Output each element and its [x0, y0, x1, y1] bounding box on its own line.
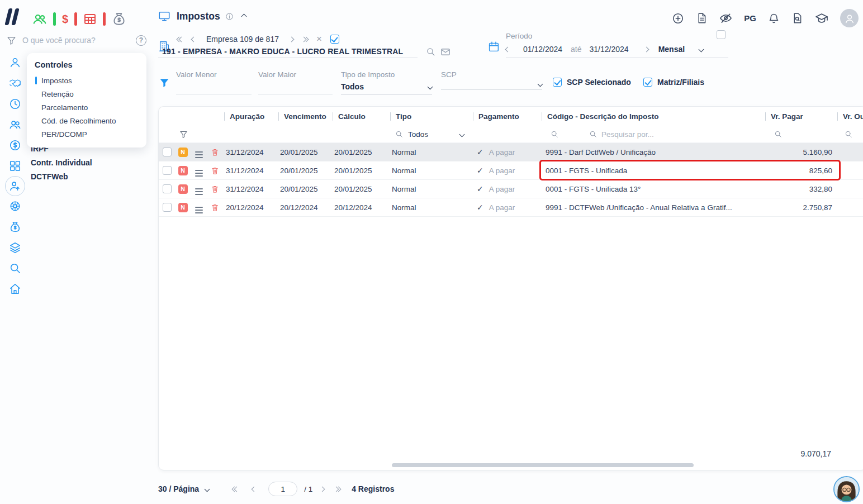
table-row[interactable]: N 31/12/2024 20/01/2025 20/01/2025 Norma…	[159, 143, 863, 161]
search-icon[interactable]	[8, 261, 22, 275]
people-module-icon[interactable]	[32, 12, 47, 26]
codigo-column-filter	[542, 130, 765, 139]
row-checkbox[interactable]	[163, 148, 172, 156]
person-icon[interactable]	[8, 56, 22, 69]
col-vencimento[interactable]: Vencimento	[278, 112, 333, 121]
matriz-filiais-checkbox[interactable]	[643, 78, 652, 87]
company-search-icon[interactable]	[426, 47, 435, 56]
document-search-icon[interactable]	[791, 12, 803, 24]
col-calculo[interactable]: Cálculo	[333, 112, 390, 121]
row-menu-icon[interactable]	[195, 170, 203, 176]
spreadsheet-module-icon[interactable]	[83, 12, 97, 26]
person-up-icon[interactable]	[8, 179, 22, 193]
next-company-button[interactable]	[289, 36, 295, 42]
first-page-button[interactable]	[233, 487, 239, 491]
last-page-button[interactable]	[334, 487, 340, 491]
tipo-imposto-select[interactable]: Todos	[341, 82, 432, 91]
col-tipo[interactable]: Tipo	[390, 112, 473, 121]
next-period-button[interactable]	[643, 46, 649, 52]
delete-row-button[interactable]	[208, 185, 224, 193]
cell-calculo: 20/01/2025	[333, 167, 390, 175]
user-avatar[interactable]	[840, 9, 859, 27]
helm-icon[interactable]	[8, 199, 22, 213]
scp-selecionado-checkbox[interactable]	[553, 78, 562, 87]
pagamento-search-icon[interactable]	[551, 130, 558, 138]
pg-shortcut[interactable]: PG	[744, 13, 756, 23]
graduation-cap-icon[interactable]	[815, 12, 828, 25]
last-company-button[interactable]	[302, 37, 308, 41]
notifications-bell-icon[interactable]	[768, 12, 780, 24]
finance-module-icon[interactable]: $	[62, 13, 68, 26]
table-row[interactable]: N 31/12/2024 20/01/2025 20/01/2025 Norma…	[159, 180, 863, 198]
people-icon[interactable]	[8, 118, 22, 131]
money-bag-icon[interactable]	[8, 220, 22, 234]
table-funnel-icon[interactable]	[159, 130, 224, 139]
delete-row-button[interactable]	[208, 203, 224, 212]
info-icon[interactable]	[225, 12, 234, 21]
prev-company-button[interactable]	[191, 36, 197, 42]
table-row[interactable]: N 20/12/2024 20/12/2024 20/12/2024 Norma…	[159, 198, 863, 217]
dollar-circle-icon[interactable]	[8, 139, 22, 152]
prev-page-button[interactable]	[252, 486, 257, 492]
menu-item-retencao[interactable]: Retenção	[35, 87, 139, 101]
period-checkbox[interactable]	[717, 30, 726, 39]
menu-item-impostos[interactable]: Impostos	[35, 74, 139, 87]
page-size-select[interactable]: 30 / Página	[158, 484, 209, 493]
col-pagamento[interactable]: Pagamento	[473, 112, 542, 121]
hide-values-icon[interactable]	[719, 12, 732, 25]
col-apuracao[interactable]: Apuração	[224, 112, 278, 121]
handshake-icon[interactable]	[8, 77, 22, 90]
delete-row-button[interactable]	[208, 148, 224, 156]
tipo-column-filter[interactable]: Todos	[390, 126, 473, 142]
company-checkbox[interactable]	[330, 35, 339, 44]
active-module-ring	[5, 176, 25, 196]
home-icon[interactable]	[8, 282, 22, 296]
page-number-input[interactable]	[268, 482, 297, 496]
period-end-date[interactable]: 31/12/2024	[590, 45, 629, 54]
menu-item-parcelamento[interactable]: Parcelamento	[35, 101, 139, 114]
col-codigo[interactable]: Código - Descrição do Imposto	[542, 112, 765, 121]
collapse-chevron-icon[interactable]	[241, 13, 246, 19]
vr-pagar-search-icon[interactable]	[765, 130, 837, 138]
grid-icon[interactable]	[8, 159, 22, 173]
menu-item-per-dcomp[interactable]: PER/DCOMP	[35, 127, 139, 141]
sidebar-search-input[interactable]	[22, 36, 130, 45]
row-menu-icon[interactable]	[195, 207, 203, 213]
prev-period-button[interactable]	[505, 46, 511, 52]
menu-item-cod-recolhimento[interactable]: Cód. de Recolhimento	[35, 114, 139, 127]
app-logo[interactable]	[7, 8, 17, 25]
help-icon[interactable]: ?	[136, 35, 146, 46]
period-mode-chevron-icon[interactable]	[699, 46, 704, 52]
col-vr-pagar[interactable]: Vr. Pagar	[765, 112, 837, 121]
sidebar-item-dctfweb[interactable]: DCTFWeb	[31, 172, 92, 181]
sidebar-item-contr-individual[interactable]: Contr. Individual	[31, 158, 92, 167]
add-icon[interactable]	[672, 12, 684, 25]
codigo-search-icon	[589, 130, 597, 138]
row-checkbox[interactable]	[163, 166, 172, 175]
horizontal-scrollbar[interactable]	[392, 463, 694, 467]
row-checkbox[interactable]	[163, 184, 172, 193]
period-start-date[interactable]: 01/12/2024	[523, 45, 562, 54]
vr-outros-search-icon[interactable]	[837, 130, 863, 138]
scp-select[interactable]	[441, 82, 542, 86]
clock-icon[interactable]	[8, 97, 22, 111]
col-vr-outros[interactable]: Vr. Ou	[837, 112, 863, 121]
assistant-avatar[interactable]	[833, 476, 860, 502]
company-mail-icon[interactable]	[440, 47, 451, 57]
codigo-search-input[interactable]	[601, 130, 685, 139]
row-menu-icon[interactable]	[195, 188, 203, 194]
table-row[interactable]: N 31/12/2024 20/01/2025 20/01/2025 Norma…	[159, 161, 863, 180]
documents-icon[interactable]	[696, 12, 708, 24]
delete-row-button[interactable]	[208, 167, 224, 175]
row-menu-icon[interactable]	[195, 151, 203, 158]
row-checkbox[interactable]	[163, 203, 172, 212]
layers-icon[interactable]	[8, 241, 22, 254]
valor-maior-input[interactable]	[258, 94, 333, 94]
period-mode[interactable]: Mensal	[658, 45, 685, 54]
clear-company-icon[interactable]: ×	[316, 35, 322, 43]
money-bag-module-icon[interactable]	[112, 12, 126, 26]
first-company-button[interactable]	[177, 37, 183, 41]
filter-funnel-icon[interactable]	[159, 77, 170, 91]
next-page-button[interactable]	[320, 486, 325, 492]
valor-menor-input[interactable]	[176, 94, 252, 94]
